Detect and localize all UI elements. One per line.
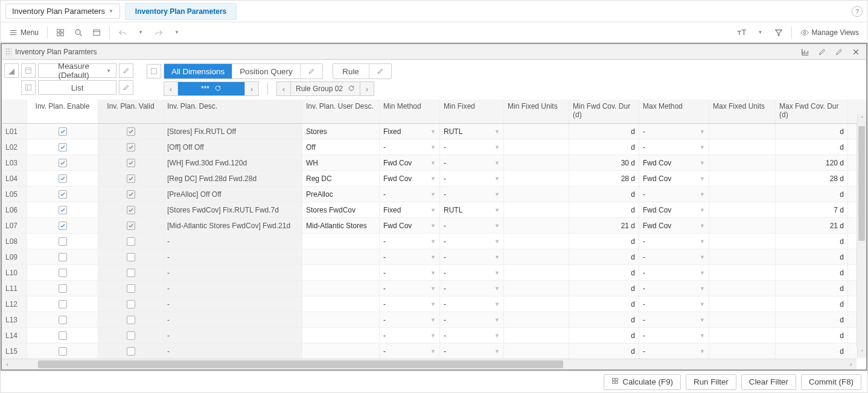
manage-views-button[interactable]: Manage Views <box>797 25 863 40</box>
cell-minfixu[interactable] <box>504 265 569 280</box>
nav-prev-1[interactable]: ‹ <box>164 81 178 96</box>
cell-maxfwd[interactable]: d <box>776 328 848 343</box>
col-maxmeth[interactable]: Max Method <box>639 100 709 123</box>
cell-maxfwd[interactable]: d <box>776 124 848 139</box>
cell-enable[interactable] <box>27 312 98 327</box>
cell-maxmeth[interactable]: -▼ <box>639 249 709 264</box>
cell-minfixu[interactable] <box>504 171 569 186</box>
list-button[interactable]: List <box>38 80 116 95</box>
cell-userdesc[interactable] <box>302 234 380 249</box>
table-row[interactable]: L02[Off] Off OffOff-▼-▼d-▼d <box>2 139 866 155</box>
nav-next-2[interactable]: › <box>360 81 374 96</box>
col-rownum[interactable] <box>2 100 27 123</box>
table-row[interactable]: L09--▼-▼d-▼d <box>2 249 866 265</box>
cell-enable[interactable] <box>27 296 98 312</box>
cell-minmeth[interactable]: Fwd Cov▼ <box>380 155 440 170</box>
cell-maxfwd[interactable]: d <box>776 296 848 312</box>
cell-minmeth[interactable]: -▼ <box>380 187 440 202</box>
cell-enable[interactable] <box>27 218 98 233</box>
cell-minfix[interactable]: -▼ <box>440 218 504 233</box>
cell-enable[interactable] <box>27 155 98 170</box>
cell-minfixu[interactable] <box>504 155 569 170</box>
cell-userdesc[interactable]: Mid-Atlantic Stores <box>302 218 380 233</box>
table-row[interactable]: L14--▼-▼d-▼d <box>2 328 866 343</box>
pill-all-dimensions[interactable]: All Dimensions <box>164 64 232 78</box>
checkbox-icon[interactable] <box>59 174 67 183</box>
cell-minfwd[interactable]: d <box>569 187 639 202</box>
cell-minfwd[interactable]: d <box>569 139 639 155</box>
cell-enable[interactable] <box>27 328 98 343</box>
col-maxfwd[interactable]: Max Fwd Cov. Dur (d) <box>776 100 848 123</box>
col-maxfixu[interactable]: Max Fixed Units <box>709 100 776 123</box>
cell-maxfixu[interactable] <box>709 265 776 280</box>
cell-maxmeth[interactable]: Fwd Cov▼ <box>639 202 709 217</box>
table-row[interactable]: L11--▼-▼d-▼d <box>2 281 866 296</box>
list-edit-button[interactable] <box>119 80 133 95</box>
cell-minfix[interactable]: -▼ <box>440 139 504 155</box>
cell-userdesc[interactable] <box>302 296 380 312</box>
cell-userdesc[interactable] <box>302 328 380 343</box>
nav-center-2[interactable]: Rule Group 02 <box>291 81 360 96</box>
cell-maxmeth[interactable]: -▼ <box>639 343 709 359</box>
cell-maxfwd[interactable]: d <box>776 312 848 327</box>
commit-button[interactable]: Commit (F8) <box>801 374 861 390</box>
cell-maxfixu[interactable] <box>709 202 776 217</box>
cell-minmeth[interactable]: -▼ <box>380 296 440 312</box>
nav-prev-2[interactable]: ‹ <box>276 81 291 96</box>
cell-minfwd[interactable]: d <box>569 202 639 217</box>
pill-position-query[interactable]: Position Query <box>232 64 300 78</box>
cell-maxfixu[interactable] <box>709 312 776 327</box>
cell-maxmeth[interactable]: -▼ <box>639 139 709 155</box>
table-row[interactable]: L04[Reg DC] Fwd.28d Fwd.28dReg DCFwd Cov… <box>2 171 866 187</box>
axis-x-handle[interactable] <box>21 80 36 95</box>
cell-maxmeth[interactable]: Fwd Cov▼ <box>639 155 709 170</box>
vertical-scrollbar[interactable]: ˄ ˅ <box>857 124 866 348</box>
undo-button[interactable] <box>115 25 130 40</box>
checkbox-icon[interactable] <box>59 237 67 246</box>
cell-maxfixu[interactable] <box>709 187 776 202</box>
cell-minfixu[interactable] <box>504 343 569 359</box>
cell-maxfixu[interactable] <box>709 234 776 249</box>
cell-userdesc[interactable]: WH <box>302 155 380 170</box>
cell-minfix[interactable]: -▼ <box>440 265 504 280</box>
cell-maxfixu[interactable] <box>709 281 776 296</box>
cell-enable[interactable] <box>27 343 98 359</box>
cell-maxmeth[interactable]: Fwd Cov▼ <box>639 218 709 233</box>
search-button[interactable] <box>71 25 86 40</box>
cell-minfix[interactable]: -▼ <box>440 281 504 296</box>
scroll-thumb[interactable] <box>858 126 865 241</box>
cell-maxfixu[interactable] <box>709 155 776 170</box>
table-row[interactable]: L15--▼-▼d-▼d <box>2 343 866 359</box>
cell-enable[interactable] <box>27 187 98 202</box>
checkbox-icon[interactable] <box>59 347 67 356</box>
cell-minfixu[interactable] <box>504 296 569 312</box>
filter-button[interactable] <box>771 25 787 40</box>
cell-maxfixu[interactable] <box>709 139 776 155</box>
cell-maxfixu[interactable] <box>709 343 776 359</box>
cell-maxfwd[interactable]: 7 d <box>776 202 848 217</box>
cell-minfwd[interactable]: d <box>569 343 639 359</box>
cell-minmeth[interactable]: Fwd Cov▼ <box>380 171 440 186</box>
cell-enable[interactable] <box>27 265 98 280</box>
cell-minfwd[interactable]: d <box>569 234 639 249</box>
cell-maxfixu[interactable] <box>709 328 776 343</box>
cell-minfix[interactable]: -▼ <box>440 343 504 359</box>
cell-minfixu[interactable] <box>504 234 569 249</box>
workspace-title-dropdown[interactable]: Inventory Plan Parameters ▼ <box>5 4 120 19</box>
table-row[interactable]: L07[Mid-Atlantic Stores FwdCov] Fwd.21dM… <box>2 218 866 234</box>
text-size-button[interactable]: ᴛT <box>733 25 750 40</box>
cell-userdesc[interactable]: PreAlloc <box>302 187 380 202</box>
table-row[interactable]: L08--▼-▼d-▼d <box>2 234 866 249</box>
checkbox-icon[interactable] <box>59 222 67 230</box>
chart-view-button[interactable] <box>799 45 812 59</box>
cell-maxfwd[interactable]: 21 d <box>776 218 848 233</box>
cell-minfixu[interactable] <box>504 281 569 296</box>
axis-z-handle[interactable] <box>147 64 161 78</box>
cell-minfwd[interactable]: d <box>569 296 639 312</box>
cell-minfix[interactable]: -▼ <box>440 312 504 327</box>
horizontal-scrollbar[interactable]: ‹ › <box>2 359 857 369</box>
cell-userdesc[interactable] <box>302 265 380 280</box>
cell-minmeth[interactable]: Fwd Cov▼ <box>380 218 440 233</box>
cell-minmeth[interactable]: -▼ <box>380 281 440 296</box>
cell-minfwd[interactable]: 30 d <box>569 155 639 170</box>
